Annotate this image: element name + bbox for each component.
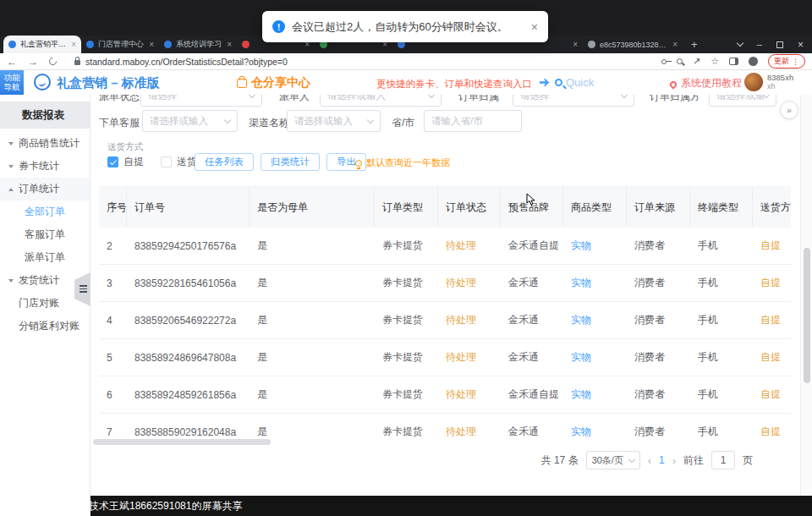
table-cell: 实物 xyxy=(563,376,627,413)
table-cell: 实物 xyxy=(563,414,627,437)
table-row[interactable]: 383859228165461056a是券卡提货待处理金禾通实物消费者手机自提 xyxy=(99,265,791,302)
table-cell: 83858859029162048a xyxy=(127,414,250,437)
delivery-group-label: 送货方式 xyxy=(107,141,143,153)
sidebar-item-label: 派单订单 xyxy=(25,250,65,265)
task-list-button[interactable]: 任务列表 xyxy=(195,153,254,171)
table-cell: 券卡提货 xyxy=(375,228,438,264)
sidebar-item-label: 订单统计 xyxy=(19,182,59,196)
function-nav-button[interactable]: 功能导航 xyxy=(0,70,24,95)
table-row[interactable]: 683858924859261856a是券卡提货待处理金禾通自提实物消费者手机自… xyxy=(99,376,791,414)
checkbox-delivery[interactable] xyxy=(161,156,172,167)
pointer-icon xyxy=(539,78,551,87)
caret-down-icon xyxy=(8,279,14,283)
app-title: 礼盒营销 – 标准版 xyxy=(57,75,160,91)
query-tip-text: 默认查询近一年数据 xyxy=(366,156,450,169)
quick-label: Quick xyxy=(566,76,594,89)
table-cell: 券卡提货 xyxy=(375,339,438,376)
mouse-cursor xyxy=(526,193,536,206)
table-cell: 4 xyxy=(99,302,127,338)
screen: 礼盒营销平台管理中心×门店管理中心×系统培训学习××××e8c573980b13… xyxy=(0,0,812,516)
sidebar-item[interactable]: 全部订单 xyxy=(0,200,90,223)
table-cell: 金禾通 xyxy=(501,414,563,437)
table-cell: 实物 xyxy=(563,265,627,301)
table-cell: 自提 xyxy=(753,265,791,301)
tutorial-link[interactable]: 系统使用教程 xyxy=(670,76,742,91)
table-cell: 5 xyxy=(99,339,127,376)
goto-page-input[interactable] xyxy=(711,451,735,469)
search-icon xyxy=(555,79,562,86)
table-cell: 券卡提货 xyxy=(375,302,438,338)
meeting-toast: ! 会议已超过2人，自动转为60分钟限时会议。 × xyxy=(262,11,548,42)
sidebar-item[interactable]: 派单订单 xyxy=(0,246,90,269)
sidebar-items: 商品销售统计券卡统计订单统计全部订单客服订单派单订单发货统计门店对账分销返利对账 xyxy=(0,132,90,338)
orders-table: 序号订单号是否为母单订单类型订单状态预售品牌商品类型订单来源终端类型送货方式 2… xyxy=(99,186,791,437)
sidebar-item-label: 门店对账 xyxy=(19,296,59,310)
table-header-row: 序号订单号是否为母单订单类型订单状态预售品牌商品类型订单来源终端类型送货方式 xyxy=(99,187,791,228)
table-row[interactable]: 483859206546922272a是券卡提货待处理金禾通实物消费者手机自提 xyxy=(99,302,791,339)
table-cell: 消费者 xyxy=(627,414,690,437)
user-account[interactable]: 8385xh xh xyxy=(744,73,793,91)
sidebar-item[interactable]: 商品销售统计 xyxy=(0,132,90,155)
table-cell: 是 xyxy=(250,265,375,301)
user-names: 8385xh xh xyxy=(767,74,793,91)
toast-close-icon[interactable]: × xyxy=(531,20,538,34)
sidebar-item-label: 券卡统计 xyxy=(19,159,59,173)
pagination: 共 17 条 30条/页 ‹ 1 › 前往 页 xyxy=(508,450,753,470)
caret-up-icon xyxy=(8,188,14,191)
column-header: 序号 xyxy=(99,187,127,228)
next-page-button[interactable]: › xyxy=(672,454,676,467)
table-cell: 7 xyxy=(99,414,127,437)
table-row[interactable]: 783858859029162048a是券卡提货待处理金禾通实物消费者手机自提 xyxy=(99,414,791,437)
user-subname: xh xyxy=(767,82,793,91)
toast-message: 会议已超过2人，自动转为60分钟限时会议。 xyxy=(292,19,508,35)
user-name: 8385xh xyxy=(767,74,793,82)
avatar xyxy=(744,73,763,91)
share-center-link[interactable]: 仓分享中心 xyxy=(237,75,310,91)
table-cell: 金禾通 xyxy=(501,265,563,301)
checkbox-self-pickup-label[interactable]: 自提 xyxy=(123,155,144,169)
horizontal-scrollbar[interactable] xyxy=(93,439,271,445)
table-cell: 券卡提货 xyxy=(375,265,438,301)
table-cell: 自提 xyxy=(753,302,791,338)
quick-search[interactable]: Quick xyxy=(555,76,594,89)
table-cell: 金禾通 xyxy=(501,302,563,338)
filter-select[interactable]: 请选择或输入 xyxy=(287,110,381,132)
category-stats-button[interactable]: 归类统计 xyxy=(261,153,320,171)
app-header: 功能导航 礼盒营销 – 标准版 仓分享中心 更快捷的券卡、订单和快递查询入口 Q… xyxy=(0,70,812,95)
table-cell: 自提 xyxy=(753,414,791,437)
sidebar-item[interactable]: 订单统计 xyxy=(0,178,90,200)
table-cell: 消费者 xyxy=(627,376,690,413)
caret-down-icon xyxy=(8,142,14,145)
prev-page-button[interactable]: ‹ xyxy=(648,454,651,467)
filter-label: 下单客服 xyxy=(99,116,140,130)
column-header: 送货方式 xyxy=(753,187,791,228)
table-cell: 待处理 xyxy=(438,376,501,413)
table-row[interactable]: 583858924869647808a是券卡提货待处理金禾通实物消费者手机自提 xyxy=(99,339,791,376)
current-page[interactable]: 1 xyxy=(659,454,665,466)
table-cell: 手机 xyxy=(690,376,753,413)
checkbox-self-pickup[interactable] xyxy=(107,156,118,167)
info-icon: ! xyxy=(272,20,285,33)
promo-text: 更快捷的券卡、订单和快递查询入口 xyxy=(376,78,532,91)
hamburger-icon xyxy=(80,285,87,294)
sidebar-item[interactable]: 券卡统计 xyxy=(0,155,90,178)
page-size-select[interactable]: 30条/页 xyxy=(586,451,640,469)
toolbar-buttons: 任务列表 归类统计 导出 xyxy=(195,153,366,171)
sidebar-item[interactable]: 分销返利对账 xyxy=(0,315,90,338)
filter-input[interactable]: 请输入省/市 xyxy=(424,110,522,132)
expand-filters-button[interactable]: » xyxy=(780,101,798,119)
sidebar-section-title: 数据报表 xyxy=(0,102,90,129)
table-cell: 3 xyxy=(99,265,127,301)
filter-label: 省/市 xyxy=(392,116,414,130)
table-cell: 2 xyxy=(99,228,127,264)
column-header: 终端类型 xyxy=(690,187,753,228)
sidebar-item-label: 商品销售统计 xyxy=(19,136,80,151)
table-body: 283859294250176576a是券卡提货待处理金禾通自提实物消费者手机自… xyxy=(99,228,791,437)
sidebar-item-label: 客服订单 xyxy=(25,228,65,242)
table-row[interactable]: 283859294250176576a是券卡提货待处理金禾通自提实物消费者手机自… xyxy=(99,228,791,265)
filter-select[interactable]: 请选择或输入 xyxy=(142,110,238,132)
sidebar-item-label: 分销返利对账 xyxy=(19,319,80,333)
column-header: 订单来源 xyxy=(627,187,690,228)
table-cell: 金禾通自提 xyxy=(501,228,563,264)
sidebar-item[interactable]: 客服订单 xyxy=(0,223,90,246)
